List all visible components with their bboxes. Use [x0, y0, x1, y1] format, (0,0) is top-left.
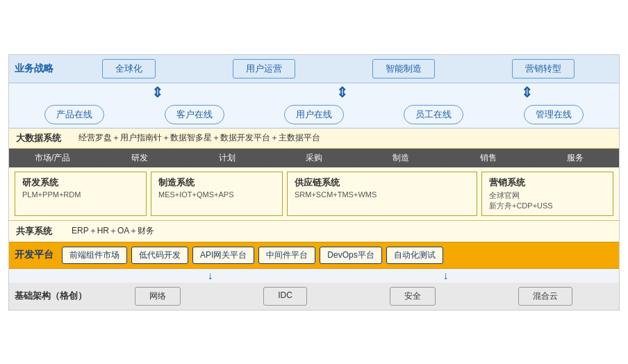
dev-platform-item: 中间件平台: [258, 247, 315, 264]
strategy-item: 营销转型: [512, 59, 575, 78]
system-title: 营销系统: [489, 176, 606, 189]
arrow-2: ⇕: [336, 85, 348, 99]
system-box: 研发系统PLM+PPM+RDM: [15, 172, 147, 216]
arrows-row: ⇕ ⇕ ⇕: [9, 83, 619, 101]
system-box: 营销系统全球官网 新方舟+CDP+USS: [481, 172, 613, 216]
process-item: 计划: [183, 149, 270, 167]
online-item: 用户在线: [284, 105, 344, 124]
small-arrows-row: ↓ ↓: [9, 269, 619, 283]
devplatform-label: 开发平台: [15, 249, 56, 261]
strategy-row: 业务战略 全球化用户运营智能制造营销转型: [9, 55, 619, 83]
dev-platform-item: API网关平台: [192, 247, 254, 264]
dev-platform-item: 前端组件市场: [62, 247, 127, 264]
system-box: 供应链系统SRM+SCM+TMS+WMS: [287, 172, 477, 216]
architecture-diagram: 业务战略 全球化用户运营智能制造营销转型 ⇕ ⇕ ⇕ 产品在线客户在线用户在线员…: [8, 54, 620, 311]
infra-item: 网络: [135, 287, 181, 306]
strategy-item: 智能制造: [372, 59, 435, 78]
system-box: 制造系统MES+IOT+QMS+APS: [151, 172, 283, 216]
system-title: 制造系统: [158, 176, 275, 189]
online-item: 员工在线: [404, 105, 463, 124]
infra-row: 基础架构（格创） 网络IDC安全混合云: [9, 283, 619, 310]
strategy-label: 业务战略: [15, 63, 56, 75]
arrow-3: ⇕: [521, 85, 533, 99]
infra-item: 混合云: [518, 287, 572, 306]
strategy-items: 全球化用户运营智能制造营销转型: [63, 59, 613, 78]
system-desc: PLM+PPM+RDM: [22, 190, 139, 199]
system-title: 研发系统: [22, 176, 139, 189]
small-arrow-1: ↓: [208, 270, 213, 281]
shared-label: 共享系统: [16, 225, 58, 238]
infra-item: IDC: [263, 287, 307, 306]
arrow-1: ⇕: [151, 85, 163, 99]
bigdata-content: 经营罗盘＋用户指南针＋数据智多星＋数据开发平台＋主数据平台: [78, 132, 320, 144]
process-row: 市场/产品研发计划采购制造销售服务: [9, 149, 619, 167]
infra-item: 安全: [390, 287, 436, 306]
dev-platform-item: 自动化测试: [386, 247, 443, 264]
infra-label: 基础架构（格创）: [15, 290, 87, 302]
process-item: 销售: [445, 149, 531, 167]
devplatform-items: 前端组件市场低代码开发API网关平台中间件平台DevOps平台自动化测试: [62, 247, 443, 264]
shared-content: ERP＋HR＋OA＋财务: [72, 225, 154, 237]
bigdata-label: 大数据系统: [16, 132, 65, 144]
process-item: 制造: [358, 149, 445, 167]
online-row: 产品在线客户在线用户在线员工在线管理在线: [9, 101, 619, 129]
system-title: 供应链系统: [295, 176, 470, 189]
online-item: 管理在线: [524, 105, 584, 124]
strategy-item: 全球化: [102, 59, 156, 78]
strategy-item: 用户运营: [233, 59, 295, 78]
devplatform-row: 开发平台 前端组件市场低代码开发API网关平台中间件平台DevOps平台自动化测…: [9, 242, 619, 269]
infra-items: 网络IDC安全混合云: [94, 287, 613, 306]
process-item: 研发: [96, 149, 183, 167]
small-arrow-2: ↓: [443, 270, 449, 281]
process-item: 市场/产品: [9, 149, 96, 167]
dev-platform-item: 低代码开发: [131, 247, 188, 264]
online-item: 产品在线: [44, 105, 104, 124]
dev-platform-item: DevOps平台: [320, 247, 381, 264]
process-item: 采购: [270, 149, 357, 167]
online-item: 客户在线: [165, 105, 224, 124]
shared-row: 共享系统 ERP＋HR＋OA＋财务: [9, 221, 619, 242]
system-desc: SRM+SCM+TMS+WMS: [295, 190, 470, 199]
systems-row: 研发系统PLM+PPM+RDM制造系统MES+IOT+QMS+APS供应链系统S…: [9, 167, 619, 221]
system-desc: MES+IOT+QMS+APS: [158, 190, 275, 199]
system-desc: 全球官网 新方舟+CDP+USS: [489, 190, 606, 211]
process-item: 服务: [532, 149, 619, 167]
bigdata-row: 大数据系统 经营罗盘＋用户指南针＋数据智多星＋数据开发平台＋主数据平台: [9, 129, 619, 149]
